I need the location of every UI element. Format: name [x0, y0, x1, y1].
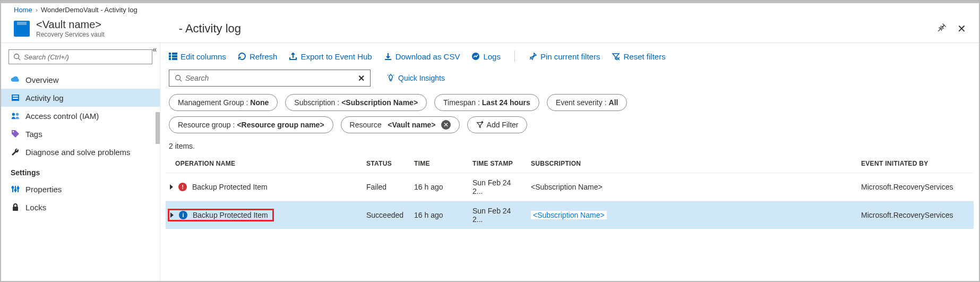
download-csv-button[interactable]: Download as CSV: [384, 52, 460, 61]
col-subscription[interactable]: SUBSCRIPTION: [527, 155, 857, 173]
close-icon[interactable]: ✕: [957, 22, 966, 35]
filter-pill-management-group[interactable]: Management Group : None: [169, 94, 278, 111]
cell-timestamp: Sun Feb 24 2...: [468, 201, 527, 229]
pill-label: Subscription :: [294, 98, 339, 107]
expand-icon[interactable]: [170, 212, 174, 218]
pill-value: All: [609, 98, 618, 107]
cell-time: 16 h ago: [410, 201, 468, 229]
page-header: <Vault name> Recovery Services vault - A…: [1, 16, 979, 43]
pin-filters-button[interactable]: Pin current filters: [529, 52, 600, 61]
export-button[interactable]: Export to Event Hub: [289, 52, 372, 61]
sidebar-item-access-control[interactable]: Access control (IAM): [1, 107, 160, 125]
col-operation-name[interactable]: OPERATION NAME: [166, 155, 362, 173]
scrollbar-thumb[interactable]: [156, 112, 160, 144]
operation-name: Backup Protected Item: [192, 183, 268, 191]
table-row[interactable]: ! Backup Protected Item Failed 16 h ago …: [166, 173, 974, 201]
toolbar-label: Refresh: [250, 52, 278, 61]
col-initiated-by[interactable]: EVENT INITIATED BY: [857, 155, 974, 173]
edit-columns-button[interactable]: Edit columns: [169, 52, 226, 61]
logs-icon: [471, 52, 480, 61]
sidebar-item-activity-log[interactable]: Activity log: [1, 89, 160, 107]
wrench-icon: [11, 147, 20, 157]
lock-icon: [11, 202, 20, 212]
sidebar-item-label: Overview: [25, 75, 59, 84]
add-filter-icon: [476, 121, 484, 129]
filter-pill-severity[interactable]: Event severity : All: [547, 94, 627, 111]
error-status-icon: !: [178, 183, 187, 191]
sidebar-section-settings: Settings: [1, 161, 160, 180]
sidebar-item-label: Activity log: [25, 93, 64, 102]
main-content: Edit columns Refresh Export to Event Hub…: [160, 43, 979, 282]
sidebar-item-diagnose[interactable]: Diagnose and solve problems: [1, 143, 160, 161]
refresh-button[interactable]: Refresh: [238, 52, 278, 61]
clear-filter-icon[interactable]: ✕: [441, 120, 451, 130]
search-icon: [175, 74, 182, 82]
refresh-icon: [238, 52, 246, 61]
cell-subscription: <Subscription Name>: [527, 173, 857, 201]
sidebar-item-label: Properties: [25, 185, 62, 194]
pill-value: None: [250, 98, 269, 107]
reset-filters-button[interactable]: Reset filters: [612, 52, 665, 61]
items-count: 2 items.: [166, 139, 974, 152]
quick-insights-button[interactable]: Quick Insights: [386, 74, 445, 82]
activity-log-icon: [11, 93, 20, 102]
sidebar-item-properties[interactable]: Properties: [1, 180, 160, 198]
svg-rect-4: [13, 98, 18, 99]
pill-value: <Subscription Name>: [341, 98, 418, 107]
search-placeholder: Search: [185, 74, 209, 82]
cell-initiated-by: Microsoft.RecoveryServices: [857, 173, 974, 201]
sidebar: « Search (Ctrl+/) Overview Activity log …: [1, 43, 160, 282]
svg-rect-19: [172, 55, 177, 57]
pin-icon[interactable]: [937, 23, 947, 34]
logs-button[interactable]: Logs: [471, 52, 501, 61]
breadcrumb-home[interactable]: Home: [14, 6, 32, 14]
sidebar-item-label: Access control (IAM): [25, 112, 99, 121]
filter-reset-icon: [612, 52, 620, 61]
toolbar: Edit columns Refresh Export to Event Hub…: [166, 48, 974, 67]
sidebar-search-placeholder: Search (Ctrl+/): [24, 53, 69, 61]
svg-point-0: [14, 54, 19, 59]
highlighted-operation: i Backup Protected Item: [168, 209, 274, 221]
clear-search-icon[interactable]: ✕: [358, 73, 365, 83]
tag-icon: [11, 129, 20, 139]
sidebar-search-input[interactable]: Search (Ctrl+/): [8, 49, 152, 64]
svg-point-26: [176, 75, 180, 80]
collapse-sidebar-icon[interactable]: «: [152, 45, 157, 54]
col-timestamp[interactable]: TIME STAMP: [468, 155, 527, 173]
sidebar-item-tags[interactable]: Tags: [1, 125, 160, 143]
svg-line-30: [393, 75, 394, 75]
pin-icon: [529, 52, 537, 61]
filter-pill-resource-group[interactable]: Resource group : <Resource group name>: [169, 116, 333, 133]
filter-pill-subscription[interactable]: Subscription : <Subscription Name>: [285, 94, 427, 111]
toolbar-divider: [514, 50, 515, 62]
sidebar-item-label: Tags: [25, 130, 42, 139]
pill-label: Resource: [350, 121, 382, 129]
filter-pill-resource[interactable]: Resource <Vault name> ✕: [341, 116, 460, 133]
operation-name: Backup Protected Item: [193, 211, 268, 219]
cloud-icon: [11, 75, 20, 84]
svg-line-27: [180, 80, 182, 82]
sidebar-item-locks[interactable]: Locks: [1, 198, 160, 216]
pill-label: Resource group :: [178, 121, 235, 129]
add-filter-label: Add Filter: [487, 121, 519, 129]
cell-initiated-by: Microsoft.RecoveryServices: [857, 201, 974, 229]
svg-rect-20: [172, 58, 177, 60]
svg-rect-16: [169, 55, 171, 57]
add-filter-button[interactable]: Add Filter: [467, 116, 528, 133]
svg-point-11: [12, 187, 14, 189]
filter-pill-timespan[interactable]: Timespan : Last 24 hours: [434, 94, 539, 111]
col-time[interactable]: TIME: [410, 155, 468, 173]
sidebar-item-overview[interactable]: Overview: [1, 71, 160, 89]
vault-subtitle: Recovery Services vault: [36, 31, 105, 38]
svg-rect-17: [169, 58, 171, 60]
expand-icon[interactable]: [170, 184, 173, 190]
columns-icon: [169, 53, 177, 60]
cell-status: Succeeded: [362, 201, 410, 229]
table-row[interactable]: i Backup Protected Item Succeeded 16 h a…: [166, 201, 974, 229]
col-status[interactable]: STATUS: [362, 155, 410, 173]
chevron-right-icon: ›: [36, 6, 38, 14]
search-input[interactable]: Search ✕: [169, 70, 371, 87]
cell-subscription-link[interactable]: <Subscription Name>: [531, 211, 607, 219]
cell-status: Failed: [362, 173, 410, 201]
quick-insights-label: Quick Insights: [398, 74, 445, 82]
